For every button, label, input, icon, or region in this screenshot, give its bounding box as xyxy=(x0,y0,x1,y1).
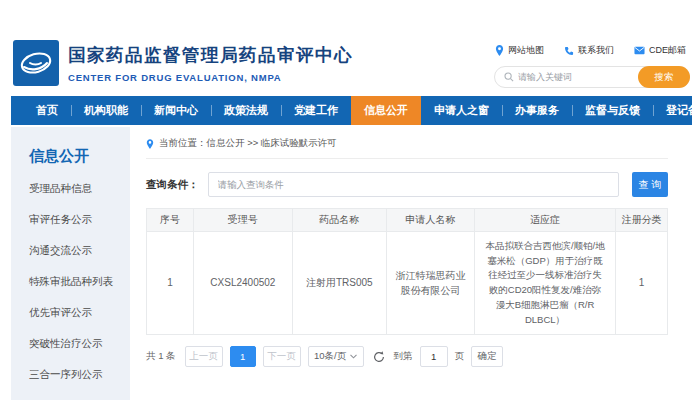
main-panel: 当前位置：信息公开 >> 临床试验默示许可 查询条件： 查 询 序号 受理号 药… xyxy=(130,127,692,387)
breadcrumb-text: 当前位置：信息公开 >> 临床试验默示许可 xyxy=(159,137,337,150)
table-header-row: 序号 受理号 药品名称 申请人名称 适应症 注册分类 xyxy=(147,209,668,232)
header-right: 网站地图 联系我们 CDE邮箱 搜索 xyxy=(494,40,690,88)
next-page-button[interactable]: 下一页 xyxy=(263,346,301,367)
mailbox-link[interactable]: CDE邮箱 xyxy=(634,44,686,57)
nav-item-policies[interactable]: 政策法规 xyxy=(211,96,281,125)
sidebar: 信息公开 受理品种信息 审评任务公示 沟通交流公示 特殊审批品种列表 优先审评公… xyxy=(11,127,130,400)
query-button[interactable]: 查 询 xyxy=(632,172,668,197)
main-nav: 首页 机构职能 新闻中心 政策法规 党建工作 信息公开 申请人之窗 办事服务 监… xyxy=(11,96,692,125)
col-header-seq: 序号 xyxy=(147,209,194,232)
chevron-down-icon xyxy=(350,354,357,359)
page-size-value: 10条/页 xyxy=(314,350,346,363)
goto-page-input[interactable] xyxy=(420,346,448,367)
sitemap-label: 网站地图 xyxy=(508,44,544,57)
site-search-input[interactable] xyxy=(518,72,630,82)
nav-item-supervision[interactable]: 监督与反馈 xyxy=(572,96,653,125)
site-search-bar: 搜索 xyxy=(494,66,690,88)
contact-link[interactable]: 联系我们 xyxy=(564,44,614,57)
sidebar-title: 信息公开 xyxy=(29,147,122,166)
nav-item-party[interactable]: 党建工作 xyxy=(281,96,351,125)
col-header-acceptance-no: 受理号 xyxy=(193,209,292,232)
sidebar-item-priority-review[interactable]: 优先审评公示 xyxy=(29,306,122,320)
sidebar-item-accepted-varieties[interactable]: 受理品种信息 xyxy=(29,182,122,196)
sidebar-item-three-in-one[interactable]: 三合一序列公示 xyxy=(29,368,122,382)
goto-confirm-button[interactable]: 确定 xyxy=(471,346,503,367)
site-header: 国家药品监督管理局药品审评中心 CENTER FOR DRUG EVALUATI… xyxy=(11,0,692,96)
content: 信息公开 受理品种信息 审评任务公示 沟通交流公示 特殊审批品种列表 优先审评公… xyxy=(11,127,692,400)
site-title: 国家药品监督管理局药品审评中心 xyxy=(68,43,353,67)
phone-icon xyxy=(564,46,574,56)
nav-item-applicant[interactable]: 申请人之窗 xyxy=(421,96,502,125)
nav-item-functions[interactable]: 机构职能 xyxy=(71,96,141,125)
nav-item-home[interactable]: 首页 xyxy=(23,96,71,125)
quick-links: 网站地图 联系我们 CDE邮箱 xyxy=(495,44,686,57)
col-header-drug-name: 药品名称 xyxy=(292,209,386,232)
cell-indication: 本品拟联合吉西他滨/顺铂/地塞米松（GDP）用于治疗既往经过至少一线标准治疗失败… xyxy=(475,232,616,335)
cde-logo-icon xyxy=(13,40,59,86)
nav-item-registration[interactable]: 登记备案平台 xyxy=(653,96,700,125)
nav-item-news[interactable]: 新闻中心 xyxy=(141,96,211,125)
cell-applicant: 浙江特瑞思药业股份有限公司 xyxy=(386,232,475,335)
page: 国家药品监督管理局药品审评中心 CENTER FOR DRUG EVALUATI… xyxy=(11,0,692,400)
mailbox-label: CDE邮箱 xyxy=(649,44,686,57)
search-icon xyxy=(504,72,514,82)
page-number-button[interactable]: 1 xyxy=(230,346,256,367)
breadcrumb: 当前位置：信息公开 >> 临床试验默示许可 xyxy=(146,137,668,159)
goto-label: 到第 xyxy=(394,350,413,363)
location-pin-icon xyxy=(146,139,154,149)
query-label: 查询条件： xyxy=(146,178,199,192)
prev-page-button[interactable]: 上一页 xyxy=(185,346,223,367)
nav-item-info-disclosure[interactable]: 信息公开 xyxy=(351,96,421,125)
cell-registration-class: 1 xyxy=(615,232,667,335)
cell-drug-name: 注射用TRS005 xyxy=(292,232,386,335)
page-size-select[interactable]: 10条/页 xyxy=(308,346,364,367)
contact-label: 联系我们 xyxy=(578,44,614,57)
map-pin-icon xyxy=(495,45,504,56)
query-form: 查询条件： 查 询 xyxy=(146,172,668,197)
nav-item-services[interactable]: 办事服务 xyxy=(502,96,572,125)
col-header-indication: 适应症 xyxy=(475,209,616,232)
sitemap-link[interactable]: 网站地图 xyxy=(495,44,544,57)
brand: 国家药品监督管理局药品审评中心 CENTER FOR DRUG EVALUATI… xyxy=(13,40,353,86)
sidebar-item-breakthrough-therapy[interactable]: 突破性治疗公示 xyxy=(29,337,122,351)
col-header-registration-class: 注册分类 xyxy=(615,209,667,232)
pagination: 共 1 条 上一页 1 下一页 10条/页 到第 页 确定 xyxy=(146,346,668,387)
site-search-button[interactable]: 搜索 xyxy=(638,66,690,88)
sidebar-item-special-approval[interactable]: 特殊审批品种列表 xyxy=(29,275,122,289)
sidebar-item-communication[interactable]: 沟通交流公示 xyxy=(29,244,122,258)
refresh-icon[interactable] xyxy=(373,351,385,363)
table-row: 1 CXSL2400502 注射用TRS005 浙江特瑞思药业股份有限公司 本品… xyxy=(147,232,668,335)
sidebar-item-review-tasks[interactable]: 审评任务公示 xyxy=(29,213,122,227)
pagination-total: 共 1 条 xyxy=(146,350,176,363)
results-table: 序号 受理号 药品名称 申请人名称 适应症 注册分类 1 CXSL2400502… xyxy=(146,208,668,335)
cell-acceptance-no: CXSL2400502 xyxy=(193,232,292,335)
brand-text: 国家药品监督管理局药品审评中心 CENTER FOR DRUG EVALUATI… xyxy=(68,43,353,83)
cell-seq: 1 xyxy=(147,232,194,335)
col-header-applicant: 申请人名称 xyxy=(386,209,475,232)
goto-unit: 页 xyxy=(455,350,465,363)
site-subtitle: CENTER FOR DRUG EVALUATION, NMPA xyxy=(68,72,353,83)
query-input[interactable] xyxy=(208,172,620,197)
mail-icon xyxy=(634,46,645,55)
